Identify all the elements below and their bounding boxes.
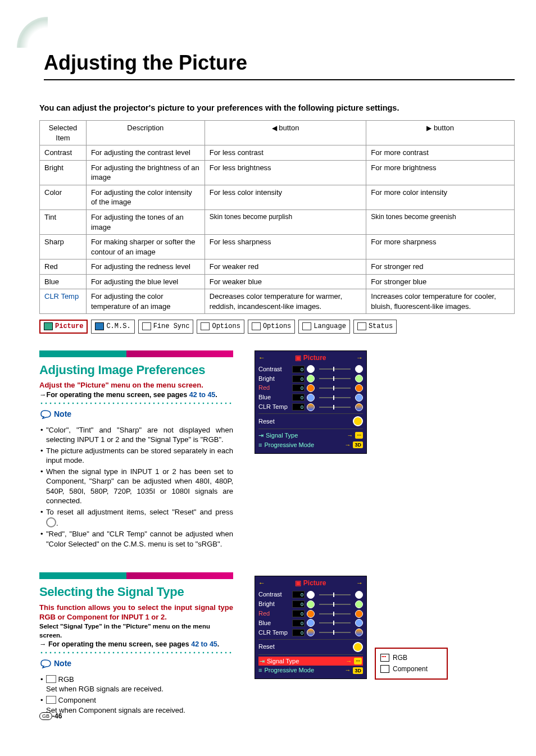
osd-panel-1: ←▣ Picture→ Contrast 0 Bright 0 Red 0 Bl… <box>255 350 367 454</box>
th-right: ▶ button <box>366 121 515 145</box>
menu-item-options: Options <box>248 320 295 333</box>
signal-submenu: RGB Component <box>375 648 448 679</box>
rgb-icon <box>46 675 56 683</box>
menu-item-picture: Picture <box>39 320 88 333</box>
section1-opline: →For operating the menu screen, see page… <box>39 390 233 400</box>
section2-boldline: Select "Signal Type" in the "Picture" me… <box>39 622 233 640</box>
undo-button-icon <box>46 517 56 527</box>
menu-item-cms: C.M.S. <box>91 320 134 333</box>
comp-icon <box>46 696 56 704</box>
th-left: ◀ button <box>205 121 366 145</box>
section1-bullets: "Color", "Tint" and "Sharp" are not disp… <box>39 425 233 549</box>
page-title: Adjusting the Picture <box>44 49 515 80</box>
menu-item-options: Options <box>197 320 244 333</box>
section1-redline: Adjust the "Picture" menu on the menu sc… <box>39 380 233 390</box>
menu-item-language: Language <box>298 320 350 333</box>
menu-item-finesync: Fine Sync <box>138 320 194 333</box>
component-icon <box>380 665 389 673</box>
intro-text: You can adjust the projector's picture t… <box>39 103 515 114</box>
osd-panel-2: ←▣ Picture→ Contrast 0 Bright 0 Red 0 Bl… <box>255 576 367 679</box>
note-icon: Note <box>39 409 71 420</box>
section2-redline: This function allows you to select the i… <box>39 603 233 622</box>
page-footer: GB-46 <box>39 712 62 721</box>
note-icon-2: Note <box>39 658 71 669</box>
settings-table: Selected Item Description ◀ button ▶ but… <box>39 120 515 314</box>
rgb-icon <box>380 654 389 662</box>
section2-bullets: RGBSet when RGB signals are received. Co… <box>39 675 233 715</box>
menu-item-status: Status <box>353 320 397 333</box>
menu-bar: PictureC.M.S.Fine SyncOptionsOptionsLang… <box>39 320 515 333</box>
th-item: Selected Item <box>40 121 87 145</box>
section2-heading: Selecting the Signal Type <box>39 584 233 600</box>
th-desc: Description <box>86 121 205 145</box>
section1-heading: Adjusting Image Preferences <box>39 362 233 379</box>
section2-opline: → For operating the menu screen, see pag… <box>39 640 233 649</box>
